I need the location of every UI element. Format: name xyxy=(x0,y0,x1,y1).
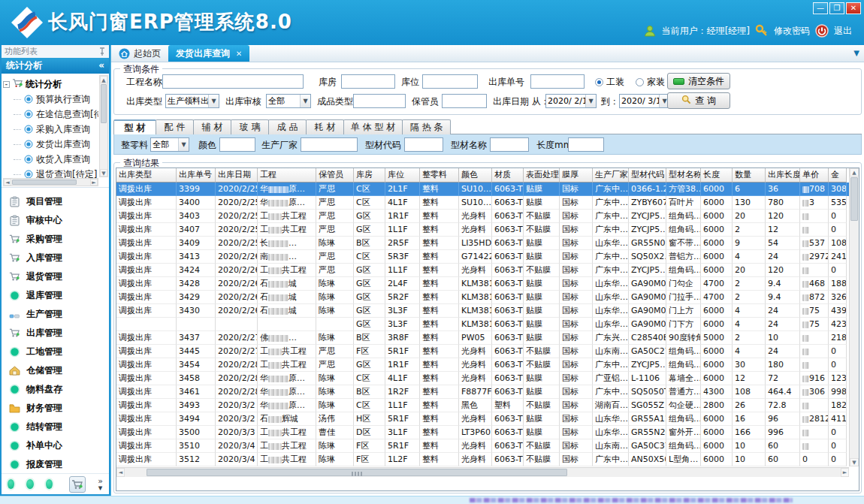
menu-item-7[interactable]: 出库管理 xyxy=(2,324,109,343)
change-password-link[interactable]: 修改密码 xyxy=(774,25,810,38)
tree-item-1[interactable]: 在途信息查询[待 xyxy=(3,107,98,122)
table-row[interactable]: 调拨出库34282020/2/26石城陈琳G区2L4F整料KLM38176063… xyxy=(116,277,859,291)
column-header-8[interactable]: 颜色 xyxy=(459,168,492,183)
clear-conditions-button[interactable]: 清空条件 xyxy=(667,73,730,89)
table-row[interactable]: 调拨出库34932020/3/2华原…陈琳C区1L1F整料黑色塑料不贴膜国标湖南… xyxy=(116,399,859,412)
tree-vertical-scrollbar[interactable]: ▲ ▼ xyxy=(99,75,108,177)
tab-home[interactable]: 起始页 xyxy=(111,45,168,62)
tree-root[interactable]: - 统计分析 xyxy=(3,77,98,92)
column-header-10[interactable]: 表面处理 xyxy=(524,168,560,183)
close-button[interactable]: ✕ xyxy=(846,2,861,14)
tree-horizontal-scrollbar[interactable]: ◄ ► xyxy=(3,178,98,186)
location-input[interactable] xyxy=(422,74,478,89)
column-header-2[interactable]: 出库日期 xyxy=(216,168,258,183)
tree-expand-icon[interactable]: - xyxy=(3,81,10,88)
material-tab-6[interactable]: 单 体 型 材 xyxy=(343,119,403,134)
overflow-chevron-icon[interactable]: »▾ xyxy=(98,478,103,491)
date-to-picker[interactable]: 2020/ 3/16▼ xyxy=(619,94,670,108)
column-header-6[interactable]: 库位 xyxy=(385,168,420,183)
maximize-button[interactable]: ❐ xyxy=(829,2,844,14)
search-button[interactable]: 查 询 xyxy=(667,92,730,109)
profile-name-input[interactable] xyxy=(490,137,529,152)
audit-select[interactable]: 全部▼ xyxy=(266,94,311,108)
pin-icon[interactable] xyxy=(98,47,106,56)
column-header-9[interactable]: 材质 xyxy=(492,168,524,183)
warehouse-input[interactable] xyxy=(341,74,395,89)
table-row[interactable]: 调拨出库35122020/3/4工共工程陈琳F区1L2F整料光身料6063-T5… xyxy=(116,453,859,466)
toolbar-dot-icon[interactable] xyxy=(8,479,14,489)
column-header-17[interactable]: 出库长度 xyxy=(766,168,800,183)
menu-item-10[interactable]: 物料盘存 xyxy=(2,380,109,399)
table-row[interactable]: 调拨出库35002020/3/3工共工程曹佳D区3L1F整料LT3P606063… xyxy=(116,426,859,439)
material-tab-3[interactable]: 玻 璃 xyxy=(231,119,269,134)
minimize-button[interactable]: — xyxy=(813,2,828,14)
tab-close-icon[interactable]: ✕ xyxy=(236,50,242,58)
table-row[interactable]: 调拨出库34242020/2/26工共工程严思G区1L1F整料光身料6063-T… xyxy=(116,264,859,277)
menu-item-6[interactable]: 生产管理 xyxy=(2,305,109,324)
tree-item-0[interactable]: 预算执行查询 xyxy=(3,92,98,107)
menu-item-8[interactable]: 工地管理 xyxy=(2,343,109,361)
manufacturer-input[interactable] xyxy=(301,137,358,152)
column-header-4[interactable]: 保管员 xyxy=(316,168,354,183)
menu-item-11[interactable]: 财务管理 xyxy=(2,399,109,418)
tab-shipping-outbound-query[interactable]: 发货出库查询 ✕ xyxy=(168,45,249,62)
whole-part-select[interactable]: 全部▼ xyxy=(150,137,189,152)
color-input[interactable] xyxy=(219,137,255,152)
material-tab-0[interactable]: 型 材 xyxy=(113,119,156,134)
menu-item-0[interactable]: 项目管理 xyxy=(2,192,109,211)
toolbar-cart-button[interactable] xyxy=(69,476,86,493)
table-row[interactable]: 调拨出库34942020/3/2石辉城汤伟H区5R1F整料光身料6063-T5贴… xyxy=(116,412,859,426)
table-row[interactable]: 调拨出库34372020/2/27佛…陈琳B区3R8F整料PW056063-T5… xyxy=(116,331,859,345)
material-tab-7[interactable]: 隔 热 条 xyxy=(402,119,451,134)
menu-item-14[interactable]: 报废管理 xyxy=(2,455,109,473)
logout-link[interactable]: 退出 xyxy=(834,25,852,38)
tree-item-5[interactable]: 退货查询[待定] xyxy=(3,167,98,178)
date-from-picker[interactable]: 2020/ 2/16▼ xyxy=(545,94,597,108)
collapse-chevron-icon[interactable]: « xyxy=(98,58,104,74)
table-row[interactable]: 调拨出库34542020/2/28工共工程严思G区1R1F整料光身料6063-T… xyxy=(116,358,859,372)
radio-homewear[interactable]: 家装 xyxy=(636,74,665,89)
table-row[interactable]: 调拨出库34452020/2/27工共工程严思F区5R1F整料光身料6063-T… xyxy=(116,345,859,358)
grid-vertical-scrollbar[interactable]: ▲ ▼ xyxy=(849,168,859,466)
column-header-0[interactable]: 出库类型 xyxy=(116,168,177,183)
column-header-12[interactable]: 生产厂家 xyxy=(593,168,629,183)
product-type-input[interactable] xyxy=(353,94,406,108)
menu-item-13[interactable]: 补单中心 xyxy=(2,436,109,455)
table-row[interactable]: 调拨出库33992020/2/25华原…严思C区2L1F整料SU10…6063-… xyxy=(116,183,859,196)
column-header-13[interactable]: 型材代码 xyxy=(629,168,666,183)
menu-item-5[interactable]: 退库管理 xyxy=(2,286,109,305)
column-header-15[interactable]: 长度 xyxy=(701,168,733,183)
column-header-1[interactable]: 出库单号 xyxy=(177,168,216,183)
column-header-16[interactable]: 数量 xyxy=(733,168,766,183)
tree-item-2[interactable]: 采购入库查询 xyxy=(3,122,98,137)
column-header-19[interactable]: 金 xyxy=(829,168,847,183)
menu-item-12[interactable]: 结转管理 xyxy=(2,418,109,436)
menu-item-2[interactable]: 采购管理 xyxy=(2,230,109,249)
table-row[interactable]: 调拨出库34132020/2/26南…严思C区5R3F整料G714226063-… xyxy=(116,250,859,264)
menu-item-9[interactable]: 仓储管理 xyxy=(2,361,109,380)
table-row[interactable]: 调拨出库34072020/2/25工共工程严思G区1L1F整料光身料6063-T… xyxy=(116,223,859,237)
menu-item-3[interactable]: 入库管理 xyxy=(2,249,109,267)
column-header-7[interactable]: 整零料 xyxy=(420,168,459,183)
table-row[interactable]: 调拨出库35102020/3/4工共工程陈琳F区5R1F整料光身料6063-T5… xyxy=(116,439,859,453)
material-tab-5[interactable]: 耗 材 xyxy=(306,119,344,134)
toolbar-dot-icon[interactable] xyxy=(46,479,53,489)
tab-list-dropdown-icon[interactable]: ▼ xyxy=(853,49,859,57)
column-header-14[interactable]: 型材名称 xyxy=(666,168,701,183)
radio-workwear[interactable]: 工装 xyxy=(595,74,624,89)
column-header-3[interactable]: 工程 xyxy=(258,168,316,183)
table-row[interactable]: 调拨出库34612020/2/28华原…陈琳B区1R2F整料F8877FT606… xyxy=(116,385,859,399)
profile-code-input[interactable] xyxy=(404,137,443,152)
table-row[interactable]: 调拨出库34582020/2/28华原…陈琳C区4L1F整料光身料6063-T5… xyxy=(116,372,859,385)
project-name-input[interactable] xyxy=(162,74,304,89)
tree-item-4[interactable]: 收货入库查询 xyxy=(3,152,98,167)
outbound-type-select[interactable]: 生产领料出库▼ xyxy=(165,94,219,108)
table-row[interactable]: 调拨出库34302020/2/26石城陈琳G区3L3F整料KLM38176063… xyxy=(116,304,859,318)
column-header-5[interactable]: 库房 xyxy=(354,168,385,183)
table-row[interactable]: 调拨出库34002020/2/25华原…严思C区4L1F整料SU10…6063-… xyxy=(116,196,859,210)
table-row[interactable]: 调拨出库34032020/2/25工共工程严思G区1R1F整料光身料6063-T… xyxy=(116,210,859,223)
column-header-11[interactable]: 膜厚 xyxy=(560,168,593,183)
material-tab-2[interactable]: 辅 材 xyxy=(193,119,231,134)
column-header-18[interactable]: 单价 xyxy=(800,168,829,183)
material-tab-1[interactable]: 配 件 xyxy=(156,119,194,134)
